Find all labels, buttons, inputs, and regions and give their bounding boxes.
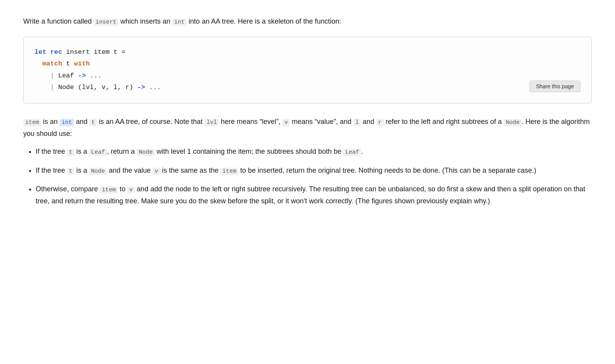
line1-rest: insert item t = — [62, 48, 125, 56]
intro-paragraph: Write a function called insert which ins… — [23, 15, 592, 27]
bullet1-text-end: . — [361, 148, 363, 155]
desc-text1: is an — [41, 118, 60, 125]
r-code: r — [376, 119, 384, 126]
rec-keyword: rec — [50, 48, 62, 56]
node-code-desc: Node — [504, 119, 522, 126]
bullet2-text-before-v: and the value — [107, 167, 153, 174]
bullet2-node-code: Node — [89, 168, 107, 175]
bullet3-text-before-item: Otherwise, compare — [36, 185, 100, 193]
code-block: let rec insert item t = match t with | L… — [23, 37, 592, 103]
bullet2-t-code: t — [67, 168, 74, 175]
desc-text4: here means “level”, — [219, 118, 282, 125]
desc-text5: means “value”, and — [290, 118, 353, 125]
match-keyword: match — [42, 60, 62, 67]
intro-text-rest: into an AA tree. Here is a skeleton of t… — [187, 17, 341, 25]
description-paragraph: item is an int and t is an AA tree, of c… — [23, 116, 592, 139]
desc-text6: and — [361, 118, 376, 125]
line4-rest: (lvl, v, l, r) — [74, 84, 133, 91]
l-code: l — [353, 119, 361, 126]
lvl-code: lvl — [204, 119, 219, 126]
code-line-1: let rec insert item t = — [34, 46, 581, 58]
v-code: v — [282, 119, 290, 126]
algorithm-list: If the tree t is a Leaf, return a Node w… — [36, 146, 592, 207]
bullet1-text-before-node: , return a — [107, 148, 137, 155]
bullet2-text-before-item: is the same as the — [160, 167, 220, 174]
bullet1-t-code: t — [67, 149, 74, 156]
bullet2-text-after: to be inserted, return the original tree… — [238, 167, 536, 174]
list-item: Otherwise, compare item to v and add the… — [36, 183, 592, 207]
pipe-1: | — [50, 72, 58, 79]
list-item: If the tree t is a Node and the value v … — [36, 165, 592, 177]
let-keyword: let — [34, 48, 46, 56]
bullet1-node-code: Node — [137, 149, 155, 156]
int-code-desc: int — [60, 119, 74, 126]
node-keyword: Node — [58, 84, 74, 91]
code-line-4: | Node (lvl, v, l, r) -> ... — [34, 82, 581, 94]
arrow-1: -> — [74, 72, 86, 79]
arrow-2: -> — [133, 84, 145, 91]
dots-1: ... — [86, 72, 102, 79]
intro-text-before-insert: Write a function called — [23, 17, 94, 25]
bullet1-leaf-code: Leaf — [89, 149, 107, 156]
intro-text-after-insert: which inserts an — [119, 17, 172, 25]
item-code: item — [23, 119, 41, 126]
bullet1-text-after: with level 1 containing the item; the su… — [155, 148, 343, 155]
bullet3-v-code: v — [127, 186, 135, 194]
with-keyword: with — [74, 60, 90, 67]
dots-2: ... — [145, 84, 161, 91]
code-line-3: | Leaf -> ... — [34, 70, 581, 82]
bullet2-text-before-t: If the tree — [36, 167, 67, 174]
t-code: t — [89, 119, 97, 126]
desc-text7: refer to the left and right subtrees of … — [384, 118, 504, 125]
bullet1-text-before-t: If the tree — [36, 148, 67, 155]
list-item: If the tree t is a Leaf, return a Node w… — [36, 146, 592, 158]
bullet3-text-before-v: to — [118, 185, 127, 193]
desc-text2: and — [74, 118, 89, 125]
pipe-2: | — [50, 84, 58, 91]
insert-code-inline: insert — [94, 19, 119, 26]
bullet2-item-code: item — [220, 168, 238, 175]
code-line-2: match t with — [34, 58, 581, 70]
leaf-keyword: Leaf — [58, 72, 74, 79]
bullet3-item-code: item — [100, 186, 118, 194]
bullet1-leaf2-code: Leaf — [343, 149, 361, 156]
int-code-inline: int — [172, 19, 187, 26]
share-this-page-button[interactable]: Share this page — [529, 81, 581, 92]
line2-rest: t — [62, 60, 74, 67]
bullet1-text-before-leaf: is a — [74, 148, 89, 155]
bullet2-v-code: v — [153, 168, 160, 175]
desc-text3: is an AA tree, of course. Note that — [97, 118, 204, 125]
bullet2-text-before-node: is a — [74, 167, 89, 174]
